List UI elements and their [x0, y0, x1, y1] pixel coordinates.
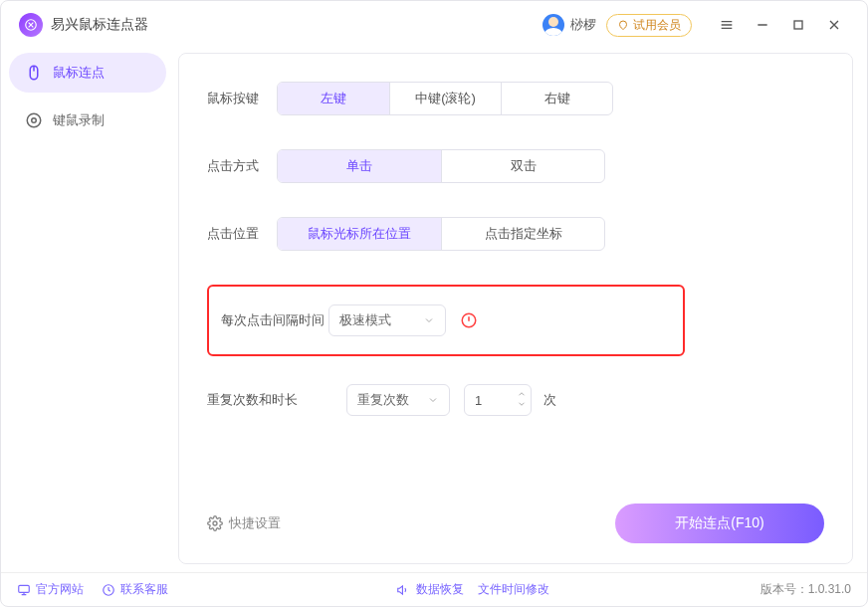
app-logo-icon: [19, 13, 43, 37]
sidebar-item-label: 鼠标连点: [53, 64, 105, 82]
contact-service-link[interactable]: 联系客服: [102, 581, 168, 598]
label-mouse-button: 鼠标按键: [207, 90, 277, 107]
chevron-down-icon: [423, 314, 435, 326]
title-bar: 易兴鼠标连点器 桫椤 试用会员: [1, 1, 867, 49]
seg-mouse-button: 左键 中键(滚轮) 右键: [277, 82, 613, 115]
row-click-position: 点击位置 鼠标光标所在位置 点击指定坐标: [207, 217, 824, 251]
monitor-icon: [17, 583, 31, 597]
close-button[interactable]: [819, 10, 849, 40]
official-site-label: 官方网站: [36, 581, 84, 598]
seg-click-mode: 单击 双击: [277, 149, 605, 183]
opt-fixed-position[interactable]: 点击指定坐标: [441, 218, 604, 250]
member-badge-label: 试用会员: [633, 17, 681, 34]
label-interval: 每次点击间隔时间: [221, 311, 328, 329]
repeat-spinner: [517, 389, 527, 409]
quick-settings[interactable]: 快捷设置: [207, 514, 281, 532]
sidebar-item-label: 键鼠录制: [53, 111, 105, 129]
svg-point-6: [213, 521, 217, 525]
repeat-count-value: 1: [475, 393, 482, 408]
content-panel: 鼠标按键 左键 中键(滚轮) 右键 点击方式 单击 双击 点击位置 鼠标光标所在…: [178, 53, 853, 564]
headset-icon: [102, 583, 115, 597]
start-button-label: 开始连点(F10): [675, 514, 763, 532]
repeat-unit: 次: [543, 391, 556, 409]
interval-mode-select[interactable]: 极速模式: [328, 304, 446, 336]
menu-button[interactable]: [712, 10, 742, 40]
member-badge[interactable]: 试用会员: [606, 14, 692, 37]
main-area: 鼠标连点 键鼠录制 鼠标按键 左键 中键(滚轮) 右键 点击方式 单击 双击: [1, 49, 867, 572]
row-mouse-button: 鼠标按键 左键 中键(滚轮) 右键: [207, 82, 824, 115]
app-title: 易兴鼠标连点器: [51, 16, 148, 34]
sidebar-item-autoclick[interactable]: 鼠标连点: [9, 53, 166, 93]
label-repeat: 重复次数和时长: [207, 391, 346, 409]
opt-cursor-position[interactable]: 鼠标光标所在位置: [278, 218, 441, 250]
status-bar: 官方网站 联系客服 数据恢复 文件时间修改 版本号：1.0.31.0: [1, 572, 867, 606]
mouse-icon: [25, 64, 43, 82]
chevron-up-icon[interactable]: [517, 389, 527, 399]
avatar[interactable]: [542, 14, 564, 36]
svg-rect-7: [19, 585, 30, 592]
version-text: 版本号：1.0.31.0: [760, 581, 851, 598]
maximize-button[interactable]: [783, 10, 813, 40]
repeat-mode-select[interactable]: 重复次数: [346, 384, 450, 416]
opt-right-button[interactable]: 右键: [501, 83, 612, 114]
start-button[interactable]: 开始连点(F10): [615, 504, 824, 543]
quick-settings-label: 快捷设置: [229, 514, 281, 532]
repeat-mode-value: 重复次数: [357, 391, 409, 409]
speaker-icon: [396, 583, 410, 597]
warning-icon: [460, 311, 478, 329]
row-click-mode: 点击方式 单击 双击: [207, 149, 824, 183]
chevron-down-icon[interactable]: [517, 399, 527, 409]
minimize-button[interactable]: [748, 10, 777, 40]
username: 桫椤: [570, 16, 596, 34]
sidebar: 鼠标连点 键鼠录制: [9, 49, 166, 572]
label-click-mode: 点击方式: [207, 157, 277, 175]
record-icon: [25, 111, 43, 129]
status-center: 数据恢复 文件时间修改: [186, 581, 760, 598]
svg-point-4: [32, 118, 37, 123]
opt-middle-button[interactable]: 中键(滚轮): [389, 83, 501, 114]
opt-double-click[interactable]: 双击: [441, 150, 604, 182]
interval-mode-value: 极速模式: [339, 311, 391, 329]
gear-icon: [207, 515, 223, 531]
interval-highlight: 每次点击间隔时间 极速模式: [207, 285, 685, 356]
label-click-position: 点击位置: [207, 225, 277, 243]
row-repeat: 重复次数和时长 重复次数 1 次: [207, 384, 824, 416]
seg-click-position: 鼠标光标所在位置 点击指定坐标: [277, 217, 605, 251]
data-recover-link[interactable]: 数据恢复: [416, 581, 464, 598]
file-time-link[interactable]: 文件时间修改: [478, 581, 549, 598]
repeat-count-input[interactable]: 1: [464, 384, 532, 416]
svg-point-3: [27, 113, 41, 127]
opt-left-button[interactable]: 左键: [278, 83, 389, 114]
content-footer: 快捷设置 开始连点(F10): [207, 488, 824, 543]
chevron-down-icon: [427, 394, 439, 406]
official-site-link[interactable]: 官方网站: [17, 581, 84, 598]
svg-rect-1: [794, 21, 802, 29]
contact-service-label: 联系客服: [120, 581, 168, 598]
sidebar-item-record[interactable]: 键鼠录制: [9, 101, 166, 140]
opt-single-click[interactable]: 单击: [278, 150, 441, 182]
